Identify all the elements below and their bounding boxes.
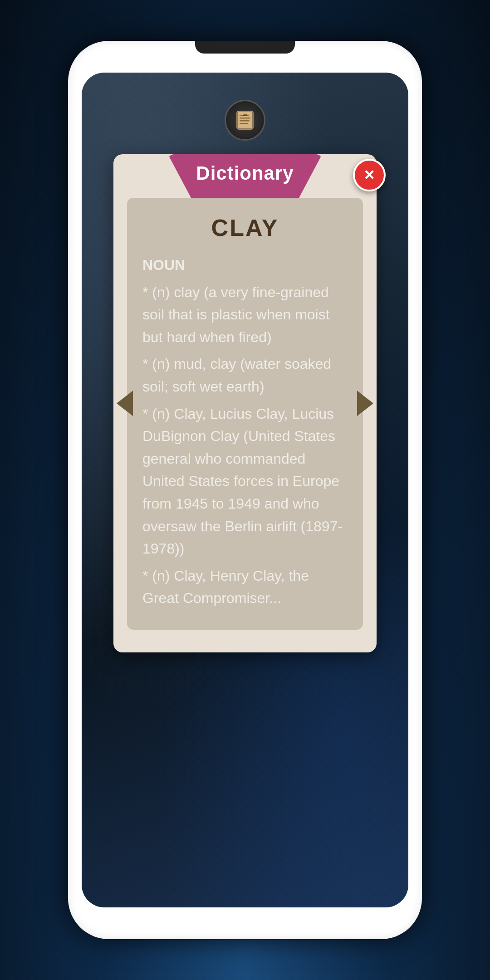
part-of-speech: NOUN — [142, 254, 348, 277]
left-arrow-icon — [117, 391, 133, 416]
modal-title-tab: Dictionary — [168, 154, 322, 198]
dictionary-modal: Dictionary × CLAY — [113, 154, 377, 652]
dictionary-icon: Ab — [233, 108, 257, 132]
definition-4: * (n) Clay, Henry Clay, the Great Compro… — [142, 565, 348, 610]
svg-text:Ab: Ab — [243, 113, 247, 117]
svg-rect-4 — [240, 120, 250, 122]
word-content: NOUN * (n) clay (a very fine-grained soi… — [142, 254, 348, 610]
phone-screen: Ab Dictionary × — [82, 73, 408, 907]
app-icon: Ab — [225, 100, 265, 141]
definition-1: * (n) clay (a very fine-grained soil tha… — [142, 281, 348, 349]
word-title: CLAY — [142, 214, 348, 241]
phone-shell: Ab Dictionary × — [68, 41, 422, 939]
modal-header: Dictionary × — [113, 154, 377, 198]
modal-title: Dictionary — [196, 162, 294, 184]
app-icon-area: Ab — [225, 100, 265, 141]
definition-3: * (n) Clay, Lucius Clay, Lucius DuBignon… — [142, 403, 348, 560]
modal-bottom-padding — [113, 630, 377, 643]
close-button[interactable]: × — [353, 159, 386, 191]
svg-rect-3 — [240, 118, 250, 119]
svg-rect-5 — [240, 123, 248, 124]
previous-arrow-button[interactable] — [109, 387, 141, 419]
close-icon: × — [364, 166, 374, 183]
definition-2: * (n) mud, clay (water soaked soil; soft… — [142, 353, 348, 398]
word-card: CLAY NOUN * (n) clay (a very fine-graine… — [127, 198, 363, 630]
modal-content-area: CLAY NOUN * (n) clay (a very fine-graine… — [127, 198, 363, 630]
next-arrow-button[interactable] — [349, 387, 381, 419]
phone-notch — [195, 41, 295, 54]
right-arrow-icon — [357, 391, 373, 416]
